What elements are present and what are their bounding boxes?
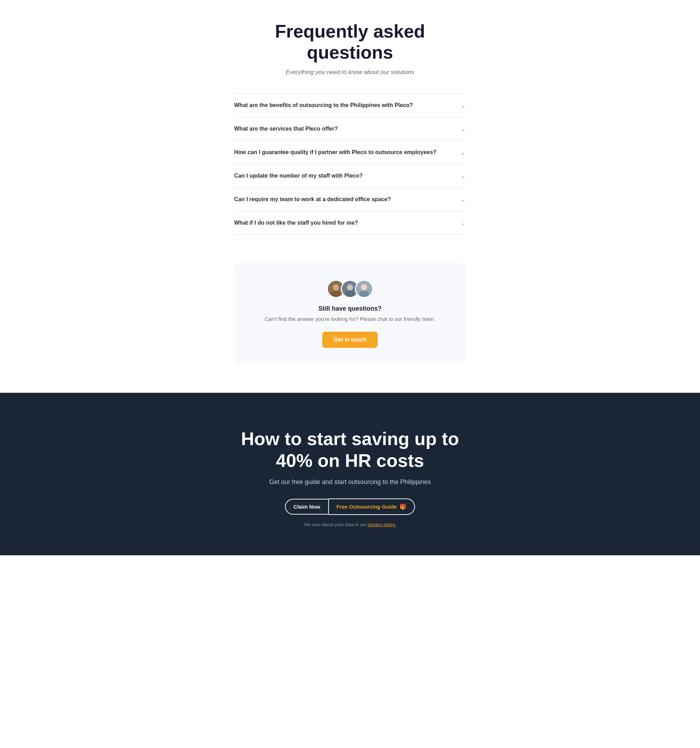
free-outsourcing-guide-label[interactable]: Free Outsourcing Guide 🎁	[329, 499, 415, 515]
cta-button-row: Claim Now Free Outsourcing Guide 🎁	[227, 499, 473, 515]
faq-item-2[interactable]: What are the services that Pleco offer? …	[234, 117, 466, 141]
chevron-down-icon-3: ⌄	[461, 149, 466, 156]
chevron-down-icon-2: ⌄	[461, 125, 466, 133]
faq-title: Frequently asked questions	[234, 21, 466, 63]
support-box: Still have questions? Can't find the ans…	[234, 263, 466, 365]
avatar-3	[355, 280, 373, 298]
faq-section: Frequently asked questions Everything yo…	[0, 0, 700, 263]
privacy-notice: We care about your data in our privacy p…	[227, 522, 473, 527]
faq-question-6: What if I do not like the staff you hire…	[234, 220, 461, 226]
svg-point-8	[361, 284, 367, 290]
gift-icon: 🎁	[400, 503, 406, 510]
cta-inner: How to start saving up to 40% on HR cost…	[227, 428, 473, 528]
cta-subtitle: Get our free guide and start outsourcing…	[227, 479, 473, 486]
team-avatars	[248, 280, 452, 298]
faq-question-5: Can I require my team to work at a dedic…	[234, 196, 461, 202]
cta-section: How to start saving up to 40% on HR cost…	[0, 393, 700, 556]
chevron-down-icon-5: ⌄	[461, 196, 466, 203]
faq-question-2: What are the services that Pleco offer?	[234, 126, 461, 132]
svg-point-5	[347, 284, 353, 290]
cta-title: How to start saving up to 40% on HR cost…	[227, 428, 473, 472]
chevron-down-icon-1: ⌄	[461, 102, 466, 109]
faq-question-1: What are the benefits of outsourcing to …	[234, 102, 461, 108]
privacy-text: We care about your data in our	[304, 522, 367, 527]
faq-subtitle: Everything you need to know about our so…	[234, 69, 466, 76]
get-in-touch-button[interactable]: Get in touch	[322, 332, 377, 348]
faq-item-5[interactable]: Can I require my team to work at a dedic…	[234, 188, 466, 211]
faq-item-1[interactable]: What are the benefits of outsourcing to …	[234, 94, 466, 117]
faq-item-3[interactable]: How can I guarantee quality if I partner…	[234, 141, 466, 164]
support-description: Can't find the answer you're looking for…	[248, 316, 452, 322]
support-title: Still have questions?	[248, 305, 452, 312]
faq-item-6[interactable]: What if I do not like the staff you hire…	[234, 211, 466, 235]
support-section: Still have questions? Can't find the ans…	[0, 263, 700, 393]
faq-question-4: Can I update the number of my staff with…	[234, 173, 461, 179]
privacy-policy-link[interactable]: privacy policy.	[368, 522, 396, 527]
guide-label-text: Free Outsourcing Guide	[337, 504, 397, 510]
svg-point-3	[333, 284, 339, 290]
faq-inner: Frequently asked questions Everything yo…	[234, 21, 466, 235]
claim-now-button[interactable]: Claim Now	[285, 499, 329, 515]
chevron-down-icon-6: ⌄	[461, 219, 466, 227]
faq-item-4[interactable]: Can I update the number of my staff with…	[234, 164, 466, 188]
chevron-down-icon-4: ⌄	[461, 172, 466, 180]
faq-question-3: How can I guarantee quality if I partner…	[234, 149, 461, 155]
